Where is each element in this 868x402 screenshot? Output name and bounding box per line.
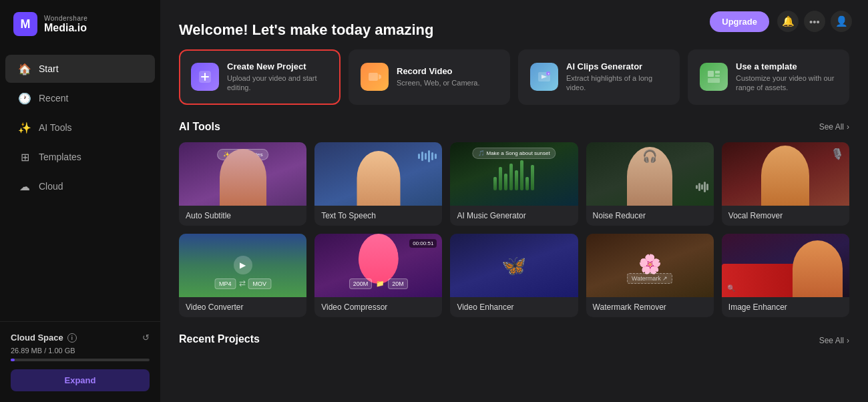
tool-name-watermark: Watermark Remover	[586, 297, 714, 317]
svg-marker-4	[379, 74, 381, 79]
tool-thumb-music: 🎵 Make a Song about sunset	[450, 142, 578, 206]
sidebar-item-start[interactable]: 🏠 Start	[5, 55, 155, 83]
chevron-right-icon: ›	[847, 122, 849, 132]
logo: M Wondershare Media.io	[0, 0, 160, 48]
tool-thumb-watermark: 🌸 Watermark ↗	[586, 234, 714, 297]
tool-image-enhancer[interactable]: 🔍 Image Enhancer	[722, 234, 849, 317]
tool-thumb-compressor: 00:00:51 200M 📁 20M	[314, 234, 442, 297]
noise-waveform	[696, 182, 708, 192]
ellipsis-icon: •••	[809, 16, 820, 27]
recent-see-all[interactable]: See All ›	[819, 336, 849, 345]
top-bar: Upgrade 🔔 ••• 👤	[694, 0, 868, 43]
tool-thumb-img-enhancer: 🔍	[722, 234, 849, 297]
template-icon	[700, 63, 728, 91]
cloud-space-section: Cloud Space i ↺ 26.89 MB / 1.00 GB Expan…	[0, 321, 160, 402]
quick-action-ai-clips[interactable]: ✦ AI Clips Generator Extract highlights …	[518, 49, 680, 105]
sidebar: M Wondershare Media.io 🏠 Start 🕐 Recent …	[0, 0, 160, 402]
sidebar-nav: 🏠 Start 🕐 Recent ✨ AI Tools ⊞ Templates …	[0, 48, 160, 321]
template-label: Use a template	[736, 61, 837, 71]
create-new-icon	[191, 63, 219, 91]
tool-thumb-vocal: 🎙️	[722, 142, 849, 206]
storage-bar	[11, 359, 150, 361]
sidebar-item-recent[interactable]: 🕐 Recent	[5, 84, 155, 112]
compressor-tags: 200M 📁 20M	[349, 278, 408, 289]
music-visual	[493, 157, 534, 190]
tool-name-vid-enhancer: Video Enhancer	[450, 297, 578, 317]
chevron-right-icon-recent: ›	[847, 336, 849, 345]
quick-actions: Create New Project Upload your video and…	[179, 49, 849, 105]
tool-noise-reducer[interactable]: 🎧 Noise Reducer	[586, 142, 714, 226]
quick-action-create-new[interactable]: Create New Project Upload your video and…	[179, 49, 341, 105]
tool-name-auto-subtitle: Auto Subtitle	[179, 206, 306, 226]
person-silhouette-compressor	[359, 234, 399, 284]
person-silhouette-auto	[220, 149, 266, 206]
clock-icon: 🕐	[19, 92, 31, 104]
svg-rect-9	[715, 71, 720, 73]
logo-icon: M	[13, 12, 37, 36]
storage-info: 26.89 MB / 1.00 GB	[11, 347, 150, 355]
info-icon[interactable]: i	[67, 333, 77, 343]
tool-thumb-auto-subtitle: ✨ Auto subtitles	[179, 142, 306, 206]
tool-video-converter[interactable]: ▶ MP4 ⇄ MOV Video Converter	[179, 234, 306, 317]
music-badge: 🎵 Make a Song about sunset	[472, 148, 556, 159]
play-icon: ▶	[234, 256, 252, 274]
refresh-icon[interactable]: ↺	[142, 333, 150, 343]
tool-vocal-remover[interactable]: 🎙️ Vocal Remover	[722, 142, 849, 226]
bell-icon: 🔔	[782, 15, 795, 27]
tool-video-compressor[interactable]: 00:00:51 200M 📁 20M Video Compressor	[314, 234, 442, 317]
sidebar-item-recent-label: Recent	[39, 93, 68, 104]
sparkle-icon: ✨	[19, 122, 31, 134]
tool-text-to-speech[interactable]: Text To Speech	[314, 142, 442, 226]
sidebar-item-ai-label: AI Tools	[39, 122, 72, 133]
ai-clips-label: AI Clips Generator	[566, 61, 668, 71]
tool-name-music: AI Music Generator	[450, 206, 578, 226]
recent-projects-header: Recent Projects See All ›	[179, 333, 849, 348]
tool-name-noise: Noise Reducer	[586, 206, 714, 226]
ai-tools-section-header: AI Tools See All ›	[179, 121, 849, 133]
home-icon: 🏠	[19, 63, 31, 75]
watermark-label: Watermark ↗	[627, 273, 672, 284]
tool-name-tts: Text To Speech	[314, 206, 442, 226]
sidebar-item-cloud[interactable]: ☁ Cloud	[5, 172, 155, 200]
ai-tools-see-all[interactable]: See All ›	[819, 122, 849, 132]
more-options-button[interactable]: •••	[804, 11, 825, 32]
user-icon: 👤	[835, 15, 848, 27]
record-icon	[361, 63, 389, 91]
template-desc: Customize your video with our range of a…	[736, 73, 837, 93]
account-button[interactable]: 👤	[831, 11, 852, 32]
sidebar-item-cloud-label: Cloud	[39, 181, 63, 192]
grid-icon: ⊞	[19, 151, 31, 163]
upgrade-button[interactable]: Upgrade	[710, 11, 769, 32]
quick-action-template[interactable]: Use a template Customize your video with…	[688, 49, 849, 105]
person-silhouette-vocal	[761, 146, 809, 206]
tool-thumb-converter: ▶ MP4 ⇄ MOV	[179, 234, 306, 297]
create-new-label: Create New Project	[227, 61, 329, 71]
svg-rect-8	[708, 71, 714, 77]
logo-text: Wondershare Media.io	[44, 15, 87, 34]
sidebar-item-ai-tools[interactable]: ✨ AI Tools	[5, 114, 155, 142]
ai-tools-grid: ✨ Auto subtitles Auto Subtitle	[179, 142, 849, 317]
converter-tags: MP4 ⇄ MOV	[214, 278, 271, 289]
main-content: Upgrade 🔔 ••• 👤 Welcome! Let's make toda…	[160, 0, 868, 402]
tool-watermark-remover[interactable]: 🌸 Watermark ↗ Watermark Remover	[586, 234, 714, 317]
svg-rect-10	[715, 75, 720, 77]
tool-name-compressor: Video Compressor	[314, 297, 442, 317]
tool-music-generator[interactable]: 🎵 Make a Song about sunset AI Music Gene…	[450, 142, 578, 226]
quick-action-record[interactable]: Record Video Screen, Web, or Camera.	[349, 49, 510, 105]
tts-waveform	[418, 150, 437, 162]
sidebar-item-templates[interactable]: ⊞ Templates	[5, 143, 155, 171]
tool-auto-subtitle[interactable]: ✨ Auto subtitles Auto Subtitle	[179, 142, 306, 226]
person-silhouette-img	[793, 240, 843, 297]
tool-video-enhancer[interactable]: 🦋 Video Enhancer	[450, 234, 578, 317]
ai-clips-icon: ✦	[530, 63, 558, 91]
expand-button[interactable]: Expand	[11, 369, 150, 391]
notifications-button[interactable]: 🔔	[777, 11, 799, 32]
cloud-icon: ☁	[19, 180, 31, 192]
sidebar-item-start-label: Start	[39, 63, 59, 74]
flower-icon: 🌸	[638, 253, 662, 275]
tool-thumb-tts	[314, 142, 442, 206]
headphones-icon: 🎧	[642, 149, 657, 164]
zoom-icon: 🔍	[727, 284, 735, 292]
tool-name-img-enhancer: Image Enhancer	[722, 297, 849, 317]
header-icons: 🔔 ••• 👤	[777, 11, 852, 32]
